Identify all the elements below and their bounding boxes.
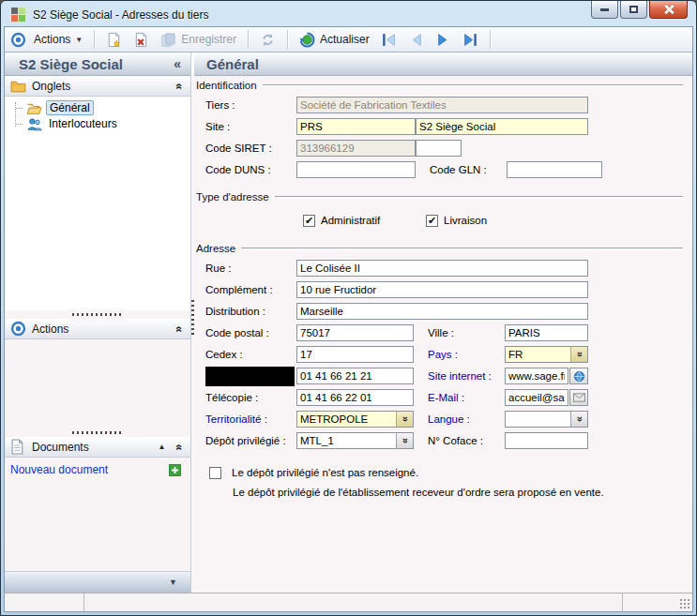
target-icon [10,321,26,337]
territorialite-dropdown-button[interactable]: « [396,412,413,427]
duns-field[interactable] [296,161,416,178]
depot-note: Le dépôt privilégié de l'établissement r… [233,487,685,498]
siret-extra-field[interactable] [416,140,462,157]
pays-dropdown[interactable]: « [505,346,588,363]
nav-next-button[interactable] [432,30,455,50]
nav-first-button[interactable] [377,30,401,50]
telecopie-email-row: Télécopie : E-Mail : [205,389,685,406]
depot-dropdown[interactable]: « [296,432,414,449]
livraison-checkbox[interactable]: ✔ [426,215,438,227]
nav-last-button[interactable] [459,30,482,50]
actions-menu-button[interactable]: Actions ▼ [30,31,86,48]
actions-section-header[interactable]: Actions « [5,319,190,339]
tiers-field [296,97,588,113]
ville-field[interactable] [505,324,588,341]
minimize-button[interactable] [591,1,618,19]
depot-dropdown-button[interactable]: « [396,433,413,448]
documents-section-header[interactable]: Documents ▲ « [5,437,190,458]
langue-dropdown-button[interactable]: « [570,412,587,427]
new-record-button[interactable] [102,30,126,50]
close-button[interactable] [649,1,688,19]
site-internet-label: Site internet : [428,370,505,382]
nav-next-icon [435,32,451,48]
depot-warning-checkbox[interactable] [209,467,221,479]
code-postal-label: Code postal : [205,327,296,338]
actualiser-button[interactable]: Actualiser [295,30,373,50]
depot-coface-row: Dépôt privilégié : « N° Coface : [205,432,685,449]
langue-field[interactable] [506,412,570,427]
documents-up-icon[interactable]: ▲ [158,443,165,451]
livraison-label: Livraison [444,215,487,226]
open-website-button[interactable] [569,368,588,384]
main-header: Général [194,53,692,76]
administratif-label: Administratif [321,215,426,226]
code-postal-field[interactable] [296,324,414,341]
siret-row: Code SIRET : [205,140,685,157]
open-folder-icon [26,100,42,116]
main-title: Général [206,56,259,72]
send-email-button[interactable] [569,389,588,406]
resize-grip[interactable] [679,598,690,609]
main-panel: Général Identification Tiers : Site : [191,53,692,593]
add-plus-icon[interactable] [169,464,181,476]
toolbar-separator [94,30,95,49]
gln-field[interactable] [507,161,602,178]
sidebar-splitter[interactable] [5,310,190,319]
territorialite-label: Territorialité : [205,413,296,425]
territorialite-field[interactable] [297,412,396,427]
documents-collapse-icon[interactable]: « [174,443,187,450]
distribution-field[interactable] [296,303,588,320]
new-document-link[interactable]: Nouveau document [10,463,108,476]
site-internet-field[interactable] [505,368,568,384]
cedex-pays-row: Cedex : Pays : « [205,346,685,363]
nav-last-icon [462,32,478,48]
adresse-group: Adresse [196,242,685,255]
territorialite-dropdown[interactable]: « [296,411,414,428]
chevron-down-icon: « [574,352,585,357]
site-label: Site : [205,121,296,132]
territorialite-langue-row: Territorialité : « Langue : « [205,411,685,428]
depot-field[interactable] [297,433,396,448]
administratif-checkbox[interactable]: ✔ [303,215,315,227]
telecopie-field[interactable] [296,389,414,406]
email-field[interactable] [505,389,568,406]
coface-field[interactable] [505,432,588,449]
actions-title: Actions [32,323,171,336]
sidebar-bottom-arrow-icon[interactable]: ▼ [169,578,177,587]
onglets-collapse-icon[interactable]: « [174,83,187,89]
pays-field[interactable] [506,347,570,362]
restore-button[interactable] [620,1,647,19]
sidebar-collapse-icon[interactable]: « [174,56,181,71]
sage-logo-icon [11,8,26,23]
sidebar-bottom-bar[interactable]: ▼ [5,571,190,593]
actions-collapse-icon[interactable]: « [174,325,187,332]
telephone-field[interactable] [296,368,414,384]
save-button[interactable]: Enregistrer [157,30,240,50]
site-code-field[interactable] [296,118,416,135]
complement-field[interactable] [296,281,588,298]
rue-row: Rue : [205,260,685,277]
rue-field[interactable] [296,260,588,277]
delete-record-button[interactable] [129,30,153,50]
identification-group: Identification [196,79,685,92]
langue-dropdown[interactable]: « [505,411,588,428]
envelope-icon [573,393,585,402]
cedex-field[interactable] [296,346,414,363]
vertical-splitter[interactable] [191,300,194,338]
onglets-section-header[interactable]: Onglets « [5,76,190,97]
refresh-button[interactable] [256,30,280,50]
tree-item-interlocuteurs[interactable]: Interlocuteurs [16,116,190,131]
refresh-icon [260,32,276,48]
site-name-field[interactable] [416,118,588,135]
chevron-down-icon: « [574,416,585,422]
pays-dropdown-button[interactable]: « [570,347,587,362]
nav-previous-icon [408,32,424,48]
tiers-row: Tiers : [205,97,685,113]
sidebar-splitter[interactable] [5,428,190,437]
tree-item-general[interactable]: Général [16,100,190,115]
app-frame: Actions ▼ Enregistrer [4,26,693,612]
window-title: S2 Siège Social - Adresses du tiers [33,8,208,22]
nav-previous-button[interactable] [404,30,428,50]
nav-first-icon [381,32,397,48]
telephone-site-row: Site internet : [205,368,685,384]
